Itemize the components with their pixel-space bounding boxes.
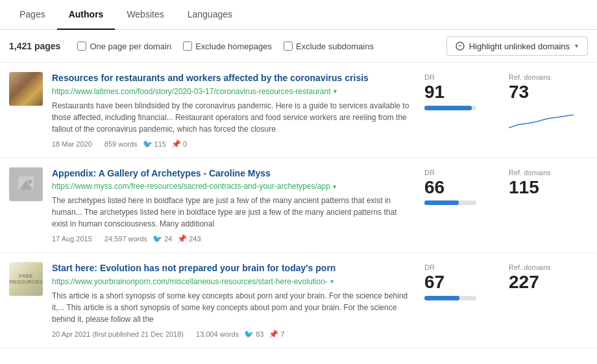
url-dropdown-icon[interactable]: ▾ bbox=[333, 183, 336, 190]
dr-value: 66 bbox=[424, 178, 498, 198]
result-title-link[interactable]: Resources for restaurants and workers af… bbox=[52, 72, 410, 85]
dr-label: DR bbox=[424, 263, 498, 271]
dr-metric: DR 66 bbox=[419, 167, 504, 207]
meta-sep-3: · bbox=[189, 330, 191, 338]
dr-bar-container bbox=[424, 200, 476, 205]
ref-domains-value: 227 bbox=[509, 273, 583, 293]
result-date: 18 Mar 2020 bbox=[52, 140, 92, 148]
result-content: Start here: Evolution has not prepared y… bbox=[52, 262, 410, 339]
result-meta: 20 Apr 2021 (first published 21 Dec 2018… bbox=[52, 330, 410, 339]
pinterest-count: 7 bbox=[280, 330, 284, 338]
dr-label: DR bbox=[424, 169, 498, 176]
pages-count: 1,421 pages bbox=[9, 41, 60, 51]
result-description: Restaurants have been blindsided by the … bbox=[52, 100, 410, 135]
result-url-text: https://www.myss.com/free-resources/sacr… bbox=[52, 182, 330, 191]
filter-bar: 1,421 pages One page per domain Exclude … bbox=[0, 30, 597, 63]
meta-sep-2: · bbox=[97, 235, 99, 243]
highlight-caret-icon: ▼ bbox=[574, 43, 579, 49]
twitter-icon: 🐦 bbox=[143, 140, 152, 149]
tab-languages[interactable]: Languages bbox=[176, 0, 244, 30]
exclude-subdomains-label: Exclude subdomains bbox=[296, 42, 374, 51]
result-metrics: DR 66 Ref. domains 115 bbox=[419, 167, 588, 207]
result-pinterest: 📌 0 bbox=[171, 140, 187, 149]
table-row: Resources for restaurants and workers af… bbox=[0, 63, 597, 158]
result-description: The archetypes listed here in boldface t… bbox=[52, 195, 410, 230]
tab-websites[interactable]: Websites bbox=[115, 0, 175, 30]
tab-pages[interactable]: Pages bbox=[8, 0, 57, 30]
result-twitter: 🐦 115 bbox=[143, 140, 166, 149]
result-metrics: DR 91 Ref. domains 73 bbox=[419, 72, 588, 132]
twitter-icon: 🐦 bbox=[244, 330, 254, 339]
thumbnail-image bbox=[9, 72, 43, 106]
ref-domains-chart bbox=[509, 105, 574, 131]
twitter-count: 24 bbox=[164, 235, 172, 243]
ref-domains-label: Ref. domains bbox=[509, 73, 583, 81]
tab-authors[interactable]: Authors bbox=[57, 0, 116, 30]
result-twitter: 🐦 83 bbox=[244, 330, 263, 339]
highlight-unlinked-btn[interactable]: Highlight unlinked domains ▼ bbox=[446, 36, 588, 56]
pin-icon: 📌 bbox=[269, 330, 278, 339]
thumbnail-image bbox=[9, 167, 43, 201]
result-url: https://www.latimes.com/food/story/2020-… bbox=[52, 87, 410, 96]
result-pinterest: 📌 7 bbox=[269, 330, 284, 339]
meta-sep-1: · bbox=[97, 140, 99, 148]
dr-bar-container bbox=[424, 106, 476, 110]
dr-bar-container bbox=[424, 296, 476, 300]
pinterest-count: 243 bbox=[189, 235, 201, 243]
result-url-text: https://www.yourbrainonporn.com/miscella… bbox=[52, 277, 328, 286]
result-description: This article is a short synopsis of some… bbox=[52, 290, 410, 325]
pin-icon: 📌 bbox=[177, 234, 187, 243]
dr-label: DR bbox=[424, 73, 498, 81]
ref-domains-value: 115 bbox=[509, 178, 583, 198]
result-words: 859 words bbox=[104, 140, 138, 148]
pin-icon: 📌 bbox=[171, 140, 181, 149]
result-title-link[interactable]: Appendix: A Gallery of Archetypes - Caro… bbox=[52, 167, 410, 180]
result-content: Appendix: A Gallery of Archetypes - Caro… bbox=[52, 167, 410, 244]
result-twitter: 🐦 24 bbox=[152, 234, 172, 243]
dr-metric: DR 91 bbox=[419, 72, 504, 132]
ref-domains-metric: Ref. domains 73 bbox=[504, 72, 588, 132]
twitter-count: 83 bbox=[256, 330, 263, 338]
url-dropdown-icon[interactable]: ▾ bbox=[330, 278, 334, 285]
ref-domains-label: Ref. domains bbox=[509, 263, 583, 271]
ref-domains-metric: Ref. domains 115 bbox=[504, 167, 588, 207]
dr-metric: DR 67 bbox=[419, 262, 504, 302]
dr-bar bbox=[424, 296, 459, 300]
result-date: 20 Apr 2021 (first published 21 Dec 2018… bbox=[52, 330, 184, 338]
table-row: FREERESOURCES Start here: Evolution has … bbox=[0, 253, 597, 348]
result-title-link[interactable]: Start here: Evolution has not prepared y… bbox=[52, 262, 410, 275]
exclude-homepages-label: Exclude homepages bbox=[195, 42, 272, 51]
result-metrics: DR 67 Ref. domains 227 bbox=[419, 262, 588, 302]
highlight-icon bbox=[455, 41, 465, 51]
exclude-homepages-filter[interactable]: Exclude homepages bbox=[183, 42, 272, 51]
result-pinterest: 📌 243 bbox=[177, 234, 201, 243]
svg-point-3 bbox=[28, 180, 32, 184]
exclude-subdomains-filter[interactable]: Exclude subdomains bbox=[284, 42, 374, 51]
tabs-bar: PagesAuthorsWebsitesLanguages bbox=[0, 0, 597, 30]
dr-bar bbox=[424, 106, 472, 110]
result-meta: 18 Mar 2020 · 859 words 🐦 115 📌 0 bbox=[52, 140, 410, 149]
result-date: 17 Aug 2015 bbox=[52, 235, 92, 243]
dr-value: 91 bbox=[424, 82, 498, 103]
url-dropdown-icon[interactable]: ▾ bbox=[334, 88, 337, 95]
dr-bar bbox=[424, 200, 459, 205]
one-page-domain-filter[interactable]: One page per domain bbox=[77, 42, 171, 51]
pinterest-count: 0 bbox=[183, 140, 187, 148]
exclude-subdomains-checkbox[interactable] bbox=[284, 42, 293, 51]
dr-value: 67 bbox=[424, 273, 498, 293]
twitter-icon: 🐦 bbox=[152, 234, 162, 243]
result-url-text: https://www.latimes.com/food/story/2020-… bbox=[52, 87, 331, 96]
exclude-homepages-checkbox[interactable] bbox=[183, 42, 192, 51]
result-thumbnail: FREERESOURCES bbox=[9, 262, 43, 296]
result-thumbnail bbox=[9, 167, 43, 201]
result-url: https://www.myss.com/free-resources/sacr… bbox=[52, 182, 410, 191]
result-url: https://www.yourbrainonporn.com/miscella… bbox=[52, 277, 410, 286]
ref-domains-label: Ref. domains bbox=[509, 169, 583, 176]
one-page-domain-checkbox[interactable] bbox=[77, 42, 86, 51]
result-content: Resources for restaurants and workers af… bbox=[52, 72, 410, 149]
highlight-btn-label: Highlight unlinked domains bbox=[469, 42, 570, 51]
twitter-count: 115 bbox=[154, 140, 166, 148]
result-words: 24,597 words bbox=[104, 235, 147, 243]
result-meta: 17 Aug 2015 · 24,597 words 🐦 24 📌 243 bbox=[52, 234, 410, 243]
one-page-domain-label: One page per domain bbox=[90, 42, 171, 51]
